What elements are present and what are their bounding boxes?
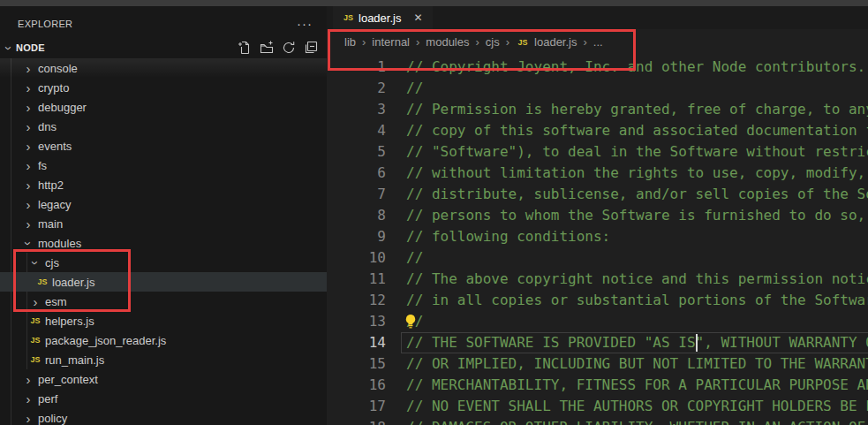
code-text: // Copyright Joyent, Inc. and other Node… xyxy=(406,57,865,78)
code-line-5: 5// "Software"), to deal in the Software… xyxy=(327,141,868,163)
tree-item-label: http2 xyxy=(38,178,64,192)
lightbulb-icon[interactable] xyxy=(403,314,419,330)
breadcrumb-item-internal[interactable]: internal xyxy=(372,35,410,49)
code-text: // "Software"), to deal in the Software … xyxy=(406,141,868,163)
breadcrumb-item-lib[interactable]: lib xyxy=(344,35,356,49)
line-number: 15 xyxy=(327,353,386,375)
tree-item-main[interactable]: ›main xyxy=(0,214,327,233)
new-folder-icon[interactable] xyxy=(260,41,274,55)
breadcrumb-separator: › xyxy=(416,35,419,49)
line-number: 3 xyxy=(327,99,386,120)
tree-item-label: perf xyxy=(38,392,57,406)
tree-item-loader-js[interactable]: JSloader.js xyxy=(0,272,327,292)
code-line-6: 6// without limitation the rights to use… xyxy=(327,163,868,184)
tree-item-http2[interactable]: ›http2 xyxy=(0,175,327,194)
tab-label: loader.js xyxy=(359,11,401,25)
chevron-right-icon: › xyxy=(21,120,35,133)
tree-item-console[interactable]: ›console xyxy=(0,58,327,78)
tree-item-perf[interactable]: ›perf xyxy=(0,389,327,408)
line-number: 4 xyxy=(327,120,386,141)
chevron-right-icon: › xyxy=(21,62,35,75)
vscode-window: EXPLORER ··· › NODE xyxy=(0,0,868,425)
code-line-1: 1// Copyright Joyent, Inc. and other Nod… xyxy=(327,57,868,78)
tree-item-cjs[interactable]: ›cjs xyxy=(0,253,327,272)
tree-item-policy[interactable]: ›policy xyxy=(0,408,327,425)
tree-item-debugger[interactable]: ›debugger xyxy=(0,97,327,117)
chevron-right-icon: › xyxy=(21,412,35,425)
line-number: 2 xyxy=(327,78,386,99)
tree-item-label: esm xyxy=(45,295,67,308)
code-text: // following conditions: xyxy=(406,226,610,247)
tree-item-legacy[interactable]: ›legacy xyxy=(0,194,327,214)
code-line-8: 8// persons to whom the Software is furn… xyxy=(327,205,868,226)
js-file-icon: JS xyxy=(343,13,353,22)
chevron-right-icon: › xyxy=(21,392,35,406)
line-number: 7 xyxy=(327,184,386,205)
code-line-11: 11// The above copyright notice and this… xyxy=(327,269,868,290)
tree-item-package-json-reader-js[interactable]: JSpackage_json_reader.js xyxy=(0,330,327,350)
tree-item-label: fs xyxy=(38,159,47,172)
tree-item-label: policy xyxy=(38,412,67,425)
text-cursor xyxy=(696,334,698,352)
refresh-icon[interactable] xyxy=(282,41,296,55)
line-number: 16 xyxy=(327,375,386,396)
code-text: // copy of this software and associated … xyxy=(406,120,868,141)
tree-item-label: package_json_reader.js xyxy=(45,334,166,347)
line-number: 17 xyxy=(327,396,386,417)
js-file-icon: JS xyxy=(28,355,42,364)
code-editor[interactable]: 1// Copyright Joyent, Inc. and other Nod… xyxy=(327,55,868,425)
tree-item-per-context[interactable]: ›per_context xyxy=(0,369,327,389)
code-line-12: 12// in all copies or substantial portio… xyxy=(327,290,868,311)
tree-item-label: events xyxy=(38,140,72,153)
breadcrumb-separator: › xyxy=(583,35,586,49)
js-file-icon: JS xyxy=(35,277,49,286)
line-number: 18 xyxy=(327,417,386,425)
breadcrumb-item-modules[interactable]: modules xyxy=(426,35,469,49)
chevron-down-icon: › xyxy=(22,236,35,250)
code-line-17: 17// NO EVENT SHALL THE AUTHORS OR COPYR… xyxy=(327,396,868,417)
tree-item-label: console xyxy=(38,62,78,75)
explorer-section-node[interactable]: › NODE xyxy=(0,37,327,58)
tree-item-run-main-js[interactable]: JSrun_main.js xyxy=(0,350,327,369)
collapse-all-icon[interactable] xyxy=(304,41,318,55)
code-text: // xyxy=(406,247,423,269)
tree-item-fs[interactable]: ›fs xyxy=(0,156,327,175)
code-text: // persons to whom the Software is furni… xyxy=(406,205,868,226)
tree-item-label: per_context xyxy=(38,373,98,386)
tree-item-label: run_main.js xyxy=(45,353,104,367)
tree-item-modules[interactable]: ›modules xyxy=(0,233,327,253)
js-file-icon: JS xyxy=(28,336,42,345)
line-number: 11 xyxy=(327,269,386,290)
more-actions-icon[interactable]: ··· xyxy=(297,19,313,28)
code-line-16: 16// MERCHANTABILITY, FITNESS FOR A PART… xyxy=(327,375,868,396)
close-tab-icon[interactable]: ✕ xyxy=(413,11,422,24)
js-file-icon: JS xyxy=(28,316,42,325)
chevron-right-icon: › xyxy=(21,217,35,231)
code-line-7: 7// distribute, sublicense, and/or sell … xyxy=(327,184,868,205)
code-line-10: 10// xyxy=(327,247,868,269)
line-number: 6 xyxy=(327,163,386,184)
code-text: // without limitation the rights to use,… xyxy=(406,163,868,184)
breadcrumb: lib›internal›modules›cjs›JSloader.js›... xyxy=(327,29,868,55)
breadcrumb-item-cjs[interactable]: cjs xyxy=(486,35,500,49)
chevron-right-icon: › xyxy=(21,373,35,386)
tree-item-events[interactable]: ›events xyxy=(0,136,327,156)
chevron-right-icon: › xyxy=(21,198,35,211)
code-line-3: 3// Permission is hereby granted, free o… xyxy=(327,99,868,120)
tree-item-dns[interactable]: ›dns xyxy=(0,117,327,136)
breadcrumb-item--[interactable]: ... xyxy=(593,35,603,49)
breadcrumb-item-loader-js[interactable]: loader.js xyxy=(534,35,577,49)
line-number: 8 xyxy=(327,205,386,226)
tree-item-helpers-js[interactable]: JShelpers.js xyxy=(0,311,327,330)
code-text: // OR IMPLIED, INCLUDING BUT NOT LIMITED… xyxy=(406,353,868,375)
new-file-icon[interactable] xyxy=(238,41,252,55)
tab-loader-js[interactable]: JS loader.js ✕ xyxy=(333,6,433,29)
tree-item-esm[interactable]: ›esm xyxy=(0,292,327,311)
tree-item-crypto[interactable]: ›crypto xyxy=(0,78,327,97)
chevron-right-icon: › xyxy=(21,159,35,172)
code-line-15: 15// OR IMPLIED, INCLUDING BUT NOT LIMIT… xyxy=(327,353,868,375)
line-number: 1 xyxy=(327,57,386,78)
code-text: // in all copies or substantial portions… xyxy=(406,290,868,311)
line-number: 5 xyxy=(327,141,386,163)
code-text: // The above copyright notice and this p… xyxy=(406,269,868,290)
